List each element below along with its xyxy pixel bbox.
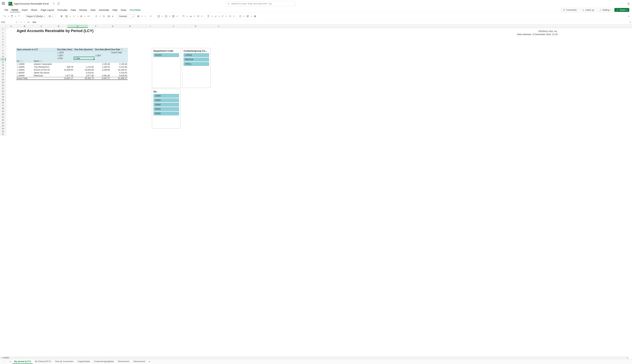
scroll-thumb[interactable] <box>3 357 9 358</box>
sort-filter-button[interactable] <box>221 14 225 18</box>
formula-bar-input[interactable]: Mar <box>31 21 628 24</box>
row-header[interactable]: 27 <box>0 104 6 107</box>
clear-button[interactable] <box>214 14 217 18</box>
row-header[interactable]: 35 <box>0 127 6 130</box>
row-header[interactable]: 6 <box>0 44 6 46</box>
bold-button[interactable]: B <box>60 14 63 18</box>
expand-formula-bar[interactable]: ▾ <box>628 21 632 24</box>
slicer-item[interactable]: SMALL <box>184 62 209 66</box>
font-size-select[interactable]: 10▾ <box>47 14 55 18</box>
collapse-icon[interactable]: − <box>57 55 59 56</box>
row-header[interactable]: 1 <box>0 28 6 31</box>
row-header[interactable]: 26 <box>0 101 6 104</box>
expand-icon[interactable]: + <box>95 55 97 56</box>
currency-dropdown[interactable]: ▾ <box>142 15 142 17</box>
sheet-tab[interactable]: By period (LCY) <box>13 360 33 364</box>
row-header[interactable]: 30 <box>0 113 6 116</box>
editing-mode-button[interactable]: Editing ▾ <box>597 8 613 12</box>
expand-icon[interactable]: + <box>75 58 76 59</box>
fx-icon[interactable]: ƒx <box>27 21 30 24</box>
table-row[interactable]: −30000School of Fine Art20,409.9319,944.… <box>16 68 128 71</box>
slicer-item[interactable]: SALES <box>154 53 179 57</box>
column-header[interactable]: D <box>50 24 67 28</box>
insert-above-dropdown[interactable]: ▾ <box>194 15 195 17</box>
no-header[interactable]: No. <box>16 60 33 62</box>
column-header[interactable]: G <box>104 24 121 28</box>
insert-cells-dropdown[interactable]: ▾ <box>162 15 163 17</box>
column-header[interactable]: H <box>121 24 139 28</box>
enter-formula-icon[interactable]: ✓ <box>24 21 26 24</box>
share-button[interactable]: Share ▾ <box>614 8 629 12</box>
column-header[interactable]: A <box>6 24 17 28</box>
insert-above-button[interactable] <box>189 14 193 18</box>
fill-color-dropdown[interactable]: ▾ <box>77 15 78 17</box>
row-header[interactable]: 16 <box>0 72 6 75</box>
row-header[interactable]: 20 <box>0 84 6 87</box>
table-row[interactable]: −40000Alpine Ski House4,316.924,316.92 <box>16 71 128 74</box>
increase-decimal-button[interactable]: .00 <box>149 14 153 18</box>
scroll-right-icon[interactable]: ▸ <box>626 357 628 358</box>
filter-icon[interactable] <box>93 49 94 51</box>
name-box[interactable]: E11 ▾ <box>0 20 18 24</box>
sensitivity-icon[interactable] <box>52 2 55 5</box>
row-header[interactable]: 25 <box>0 98 6 101</box>
row-header[interactable]: 10 <box>0 55 6 58</box>
decrease-decimal-button[interactable]: .0 <box>144 14 148 18</box>
sheet-nav-next[interactable]: 〉 <box>5 360 8 363</box>
slicer-item[interactable]: 40000 <box>154 107 179 111</box>
sheet-tab[interactable]: CaptionData <box>76 360 92 364</box>
clear-dropdown[interactable]: ▾ <box>219 15 220 17</box>
row-header[interactable]: 17 <box>0 75 6 78</box>
column-header[interactable]: B <box>17 24 33 28</box>
collapse-icon[interactable]: − <box>17 64 19 65</box>
search-input[interactable]: Search for tools, help, and more (Alt + … <box>226 1 295 6</box>
name-header[interactable]: Name <box>33 60 57 62</box>
insert-cells-button[interactable] <box>157 14 161 18</box>
settings-icon[interactable] <box>627 2 630 5</box>
row-header[interactable]: 33 <box>0 122 6 124</box>
slicer-no[interactable]: No. 10000 20000 30000 40000 50000 <box>152 89 180 128</box>
row-header[interactable]: 22 <box>0 90 6 92</box>
row-header[interactable]: 4 <box>0 38 6 41</box>
sheet-tab[interactable]: By Period (FCY) <box>33 360 53 364</box>
align-button[interactable] <box>95 14 98 18</box>
slicer-item[interactable]: 10000 <box>154 94 179 98</box>
collapse-icon[interactable]: − <box>57 52 59 54</box>
borders-dropdown[interactable]: ▾ <box>70 15 71 17</box>
currency-button[interactable]: $€ <box>137 14 140 18</box>
row-header[interactable]: 32 <box>0 118 6 122</box>
sync-icon[interactable] <box>57 2 60 5</box>
comments-button[interactable]: Comments <box>561 8 579 12</box>
slicer-department-code[interactable]: Department Code SALES <box>152 48 180 88</box>
collapse-icon[interactable]: − <box>17 69 19 71</box>
slicer-customergroup[interactable]: Customergroup Co... LARGE MEDIUM SMALL <box>182 48 211 88</box>
scroll-left-icon[interactable]: ◂ <box>0 357 3 358</box>
month-field[interactable]: Due Date (Month) <box>94 48 111 51</box>
tab-insert[interactable]: Insert <box>20 8 29 12</box>
row-header[interactable]: 36 <box>0 130 6 133</box>
row-header[interactable]: 18 <box>0 78 6 81</box>
tab-home[interactable]: Home <box>10 8 20 12</box>
slicer-item[interactable]: 50000 <box>154 112 179 115</box>
slicer-item[interactable]: 20000 <box>154 98 179 102</box>
insert-rows-button[interactable] <box>182 14 185 18</box>
sheet-tab[interactable]: Due by Currencies <box>54 360 75 364</box>
column-header[interactable]: C <box>33 24 50 28</box>
ribbon-overflow[interactable]: ▾ <box>628 15 629 17</box>
select-all-corner[interactable] <box>0 24 6 28</box>
all-sheets-button[interactable]: ≡ <box>9 360 12 363</box>
tab-page-layout[interactable]: Page Layout <box>39 8 56 12</box>
row-header[interactable]: 7 <box>0 46 6 49</box>
more-font-options[interactable]: ••• <box>87 14 90 18</box>
sheet-tab[interactable]: Dimension1 <box>116 360 131 364</box>
row-header[interactable]: 9 <box>0 52 6 55</box>
font-name-select[interactable]: Segoe UI (Body)▾ <box>25 14 46 18</box>
wrap-text-button[interactable] <box>102 14 106 18</box>
due-date-field[interactable]: Due Date <box>111 48 128 51</box>
tab-draw[interactable]: Draw <box>119 8 128 12</box>
find-button[interactable] <box>228 14 232 18</box>
quarter-field[interactable]: Due Date (Quarter) <box>74 48 94 51</box>
column-header[interactable]: E <box>67 24 88 28</box>
row-header[interactable]: 28 <box>0 107 6 110</box>
add-sheet-button[interactable]: + <box>148 360 151 363</box>
